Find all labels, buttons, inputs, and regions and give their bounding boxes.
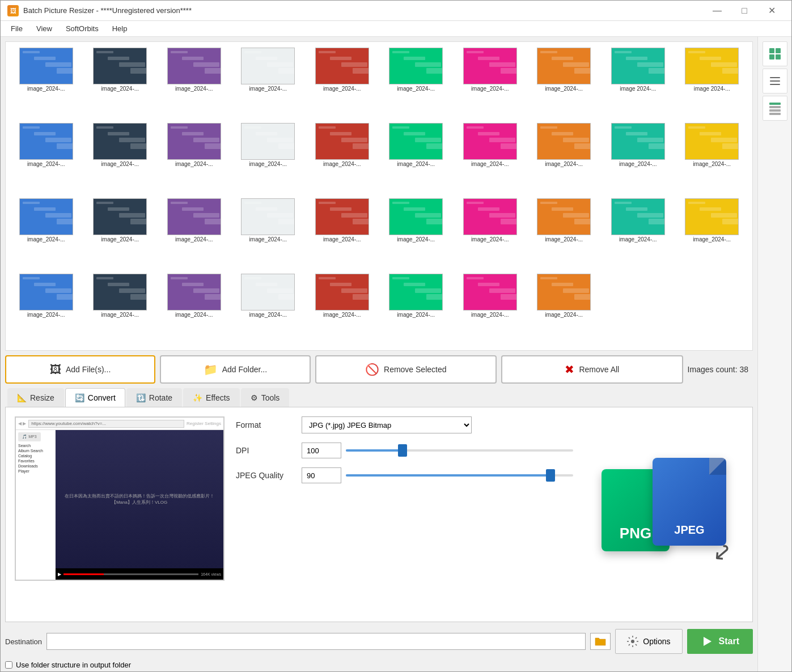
thumbnail-item[interactable]: image_2024-...: [306, 122, 378, 195]
thumbnail-item[interactable]: image_2024-...: [84, 46, 156, 120]
svg-rect-134: [501, 219, 517, 224]
thumbnail-item[interactable]: image_2024-...: [232, 122, 304, 195]
thumbnail-item[interactable]: image 2024-...: [676, 46, 748, 120]
thumbnail-item[interactable]: image_2024-...: [158, 273, 230, 346]
remove-selected-button[interactable]: 🚫 Remove Selected: [315, 355, 497, 384]
svg-rect-173: [341, 288, 367, 293]
thumbnail-item[interactable]: image_2024-...: [84, 273, 156, 346]
add-files-button[interactable]: 🖼 Add File(s)...: [5, 355, 155, 384]
thumbnail-item[interactable]: image_2024-...: [10, 122, 82, 195]
thumbnail-item[interactable]: image_2024-...: [528, 197, 600, 270]
start-label: Start: [719, 636, 739, 647]
thumbnail-item[interactable]: image_2024-...: [306, 46, 378, 120]
svg-rect-51: [23, 126, 40, 129]
thumbnail-item[interactable]: image_2024-...: [676, 122, 748, 195]
start-button[interactable]: Start: [687, 629, 753, 654]
svg-rect-31: [467, 51, 484, 53]
thumbnail-item[interactable]: image_2024-...: [232, 197, 304, 270]
close-button[interactable]: ✕: [759, 1, 785, 21]
svg-rect-162: [182, 283, 204, 286]
thumbnail-item[interactable]: image_2024-...: [602, 197, 674, 270]
svg-rect-27: [404, 57, 425, 60]
tab-tools[interactable]: ⚙ Tools: [241, 388, 290, 407]
dpi-input[interactable]: 100: [302, 443, 341, 458]
thumbnail-item[interactable]: image_2024-...: [380, 46, 452, 120]
details-view-button[interactable]: [763, 96, 787, 121]
tab-rotate[interactable]: 🔃 Rotate: [126, 388, 182, 407]
thumbnail-label: image_2024-...: [93, 236, 147, 243]
add-folder-button[interactable]: 📁 Add Folder...: [160, 355, 310, 384]
thumbnail-item[interactable]: image_2024-...: [454, 197, 526, 270]
thumbnail-item[interactable]: image_2024-...: [10, 46, 82, 120]
dpi-slider[interactable]: [346, 449, 573, 452]
thumbnail-label: image_2024-...: [241, 161, 295, 167]
convert-settings: Format JPG (*.jpg) JPEG Bitmap PNG (*.pn…: [236, 416, 573, 613]
thumbnail-item[interactable]: image_2024-...: [232, 46, 304, 120]
thumbnail-item[interactable]: image_2024-...: [380, 197, 452, 270]
svg-rect-154: [57, 294, 73, 300]
quality-input[interactable]: 90: [302, 467, 341, 483]
thumbnail-label: image_2024-...: [611, 236, 665, 243]
thumbnail-item[interactable]: image_2024-...: [528, 122, 600, 195]
maximize-button[interactable]: □: [731, 1, 757, 21]
thumbnail-view-button[interactable]: [763, 41, 787, 66]
thumbnail-item[interactable]: image_2024-...: [84, 197, 156, 270]
quality-slider[interactable]: [346, 474, 573, 477]
thumbnail-item[interactable]: image_2024-...: [380, 122, 452, 195]
svg-rect-22: [330, 57, 351, 60]
list-view-button[interactable]: [763, 69, 787, 93]
thumbnail-item[interactable]: image_2024-...: [380, 273, 452, 346]
jpeg-text: JPEG: [674, 524, 704, 537]
tab-convert[interactable]: 🔄 Convert: [65, 388, 125, 407]
thumbnail-item[interactable]: image_2024-...: [676, 197, 748, 270]
svg-rect-78: [415, 138, 441, 142]
svg-rect-36: [540, 51, 557, 53]
svg-rect-196: [770, 80, 780, 82]
remove-all-button[interactable]: ✖ Remove All: [501, 355, 683, 384]
thumbnail-label: image_2024-...: [315, 86, 369, 92]
menu-view[interactable]: View: [31, 23, 58, 35]
thumbnail-item[interactable]: image_2024-...: [158, 197, 230, 270]
svg-rect-91: [615, 126, 632, 129]
thumbnail-item[interactable]: image_2024-...: [454, 46, 526, 120]
svg-rect-106: [96, 202, 113, 204]
menu-softorbits[interactable]: SoftOrbits: [60, 23, 104, 35]
thumbnail-item[interactable]: image_2024-...: [232, 273, 304, 346]
thumbnail-item[interactable]: image_2024-...: [158, 46, 230, 120]
format-select[interactable]: JPG (*.jpg) JPEG Bitmap PNG (*.png) BMP …: [302, 416, 472, 433]
thumbnail-item[interactable]: image_2024-...: [158, 122, 230, 195]
svg-rect-92: [626, 132, 647, 135]
add-files-label: Add File(s)...: [66, 365, 111, 374]
minimize-button[interactable]: —: [704, 1, 730, 21]
menu-help[interactable]: Help: [107, 23, 133, 35]
thumbnail-item[interactable]: image 2024-...: [602, 46, 674, 120]
thumbnail-item[interactable]: image_2024-...: [10, 273, 82, 346]
thumbnail-item[interactable]: image_2024-...: [10, 197, 82, 270]
thumbnail-item[interactable]: image_2024-...: [528, 273, 600, 346]
tab-tools-label: Tools: [261, 393, 280, 402]
thumbnail-item[interactable]: image_2024-...: [602, 122, 674, 195]
thumbnail-label: image_2024-...: [93, 312, 147, 318]
add-files-icon: 🖼: [50, 363, 61, 376]
svg-rect-197: [770, 84, 780, 85]
menu-file[interactable]: File: [5, 23, 28, 35]
svg-rect-4: [57, 68, 73, 74]
quality-row: JPEG Quality 90: [236, 467, 573, 483]
thumbnail-item[interactable]: image_2024-...: [528, 46, 600, 120]
svg-rect-28: [415, 62, 441, 67]
svg-rect-18: [267, 62, 293, 67]
tab-resize[interactable]: 📐 Resize: [7, 388, 64, 407]
thumbnail-label: image_2024-...: [315, 312, 369, 318]
folder-structure-label[interactable]: Use folder structure in output folder: [16, 661, 131, 669]
destination-input[interactable]: [46, 633, 586, 650]
thumbnail-item[interactable]: image_2024-...: [454, 122, 526, 195]
tab-effects[interactable]: ✨ Effects: [183, 388, 240, 407]
folder-structure-checkbox[interactable]: [5, 661, 12, 669]
thumbnail-item[interactable]: image_2024-...: [454, 273, 526, 346]
thumbnail-item[interactable]: image_2024-...: [306, 197, 378, 270]
tab-effects-label: Effects: [206, 393, 230, 402]
browse-destination-button[interactable]: [590, 633, 611, 650]
thumbnail-item[interactable]: image_2024-...: [84, 122, 156, 195]
options-button[interactable]: Options: [615, 629, 682, 654]
thumbnail-item[interactable]: image_2024-...: [306, 273, 378, 346]
